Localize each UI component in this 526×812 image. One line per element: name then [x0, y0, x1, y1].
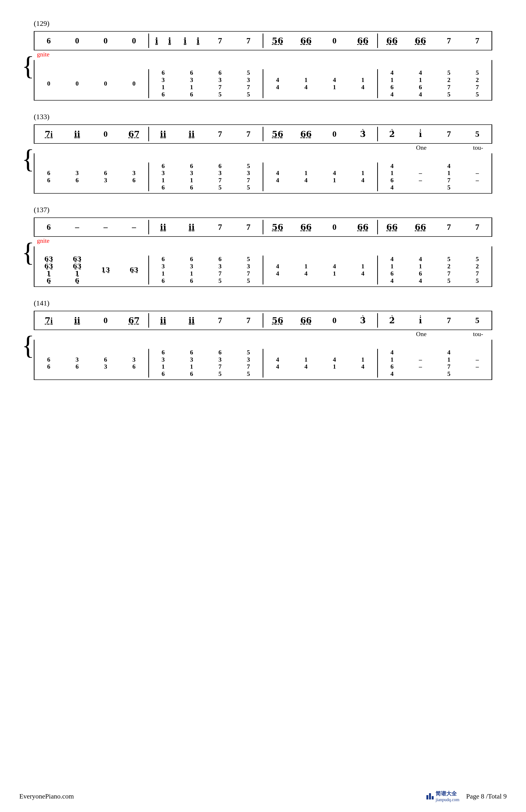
upper-cell: 7 — [206, 36, 234, 45]
chord: 14 — [359, 263, 367, 277]
chord: 14 — [302, 170, 310, 184]
chord: 4164 — [388, 256, 396, 285]
chord-note: 6 — [161, 370, 165, 378]
chord: 0 — [73, 80, 81, 87]
lower-cell: 6̱3̱ — [120, 266, 148, 274]
staff-system: {6–––i̱i̱i̱i̱775̱6̱6̱6̱06̱6̱6̱6̱6̱6̱77gn… — [34, 217, 492, 287]
chord-note: 1 — [361, 356, 365, 363]
chord: 14 — [359, 76, 367, 91]
chord: –– — [473, 170, 482, 184]
lower-staff: 6̱3̱6̱3̱1̱6̱6̱3̱6̱3̱1̱6̱1̱3̱6̱3̱63166316… — [34, 253, 492, 287]
chord-note: 4 — [419, 91, 422, 98]
chord: 6316 — [159, 162, 167, 191]
chord-note: 6 — [390, 270, 394, 277]
lyric-cell — [91, 331, 119, 338]
lower-cell: 5275 — [435, 69, 463, 98]
note: 6̱6̱ — [357, 36, 369, 46]
chord-note: 7 — [218, 363, 222, 370]
lyric-cell — [264, 331, 293, 338]
lower-cell: 6375 — [206, 69, 234, 98]
lower-cell: 0 — [63, 80, 91, 87]
chord-note: 3 — [247, 356, 250, 363]
chord-note: 6̱ — [75, 277, 79, 285]
lower-cell: 4164 — [378, 162, 407, 191]
upper-cell: 3̇ — [349, 129, 377, 139]
lyric-cell — [234, 144, 263, 151]
chord-note: 6̱ — [46, 277, 51, 285]
logo-sub-text: jianpudq.com — [436, 797, 459, 802]
chord: 6375 — [216, 162, 224, 191]
upper-cell: 0 — [320, 129, 349, 139]
chord-note: 4 — [304, 363, 308, 370]
note: 5̱6̱ — [272, 36, 283, 46]
chord-note: 4 — [419, 277, 422, 285]
note: 7 — [244, 316, 253, 325]
lyric-cell — [119, 144, 148, 151]
chord-note: 3 — [132, 170, 136, 177]
chord-note: 0 — [132, 80, 136, 87]
chord-note: 6 — [75, 363, 79, 370]
chord-note: 2 — [476, 263, 479, 270]
chord-note: 5 — [247, 162, 250, 170]
note: 6̱6̱ — [386, 222, 398, 232]
staff-gap — [34, 246, 492, 253]
lower-cell: 14 — [292, 170, 320, 184]
chord-note: 1 — [304, 263, 308, 270]
chord: 63 — [101, 170, 110, 184]
chord-note: 7 — [447, 270, 451, 277]
chord-note: – — [419, 177, 422, 184]
note: i̇ — [416, 129, 425, 139]
lower-cell: 14 — [292, 263, 320, 277]
chord-note: 3 — [218, 170, 222, 177]
chord-note: 6 — [47, 177, 50, 184]
chord: 66 — [44, 356, 53, 371]
lower-cell: 5275 — [463, 256, 492, 285]
note: i̱i̱ — [73, 129, 81, 139]
music-page: (129){6000i̱i̱i̱i̱775̱6̱6̱6̱06̱6̱6̱6̱6̱6… — [14, 10, 512, 402]
lower-cell: 36 — [120, 170, 148, 184]
note: 7 — [445, 222, 453, 232]
lyrics-row: Onetou- — [34, 144, 492, 153]
footer-right: Page 8 /Total 9 — [466, 793, 507, 800]
chord: 5275 — [445, 69, 453, 98]
chord-note: 3 — [190, 76, 193, 84]
chord-note: 4 — [304, 84, 308, 91]
upper-cell: i̱i̱ — [177, 316, 206, 325]
chord-note: 6̱3̱ — [73, 263, 82, 270]
lyric-cell — [321, 144, 349, 151]
chord-note: 5 — [476, 69, 479, 76]
chord-note: 1 — [161, 363, 165, 370]
lyrics-row: Onetou- — [34, 330, 492, 340]
chord-note: 7 — [247, 84, 250, 91]
lower-cell: 0 — [120, 80, 148, 87]
upper-cell: 6̱6̱ — [292, 222, 320, 232]
lower-staff: 663663366316631663755375441441144164––41… — [34, 161, 492, 194]
chord-note: 3 — [190, 356, 193, 363]
upper-cell: 5 — [463, 129, 492, 139]
lower-cell: 66 — [34, 170, 63, 184]
sections-container: (129){6000i̱i̱i̱i̱775̱6̱6̱6̱06̱6̱6̱6̱6̱6… — [34, 19, 492, 380]
lower-cell: –– — [406, 356, 435, 371]
lyric-cell — [234, 331, 263, 338]
note: 6̱6̱ — [386, 36, 398, 46]
lyric-cell — [436, 331, 464, 338]
chord-note: 6 — [104, 356, 107, 363]
upper-cell: 7̱i — [34, 129, 63, 139]
upper-cell: 2̇ — [378, 129, 407, 139]
note: i̱i̱ — [187, 129, 196, 139]
chord-note: 6 — [132, 177, 136, 184]
chord-note: 1 — [333, 84, 336, 91]
note: i̱ — [194, 36, 202, 46]
chord-note: 5 — [218, 91, 222, 98]
lower-cell: 6316 — [177, 162, 206, 191]
note: 2̇ — [388, 316, 396, 325]
chord-note: 1̱ — [46, 270, 51, 277]
lyric-cell — [321, 331, 349, 338]
upper-cell: 0 — [120, 36, 148, 45]
chord-note: 6 — [190, 349, 193, 356]
chord: 5375 — [244, 256, 253, 285]
chord-note: 6 — [190, 69, 193, 76]
chord-note: 6 — [190, 91, 193, 98]
logo-text-group: 简谱大全 jianpudq.com — [436, 790, 459, 802]
chord: 41 — [330, 76, 339, 91]
